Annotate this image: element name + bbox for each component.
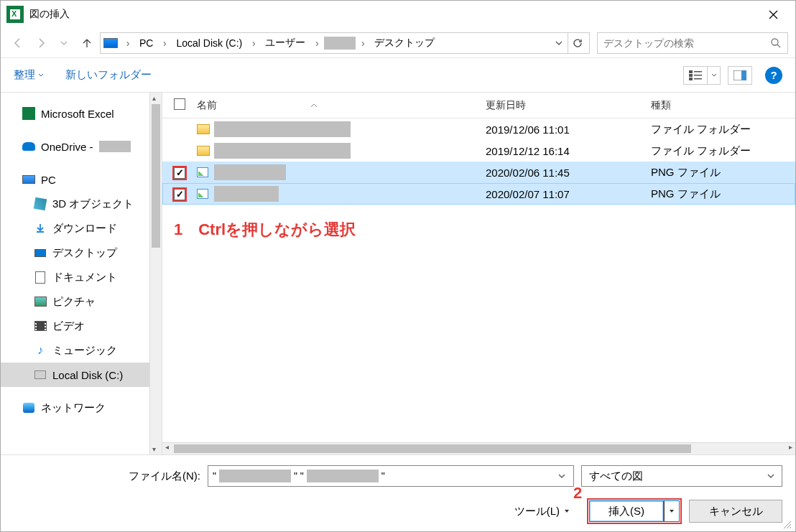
file-row-folder[interactable]: 2019/12/12 16:14 ファイル フォルダー — [162, 140, 795, 162]
breadcrumb-segment[interactable]: ユーザー — [261, 37, 310, 50]
tree-item-excel[interactable]: Microsoft Excel — [1, 101, 149, 126]
organize-menu[interactable]: 整理 — [14, 68, 44, 82]
tree-label: ミュージック — [52, 344, 117, 358]
redacted-filename — [214, 143, 351, 159]
svg-rect-3 — [689, 78, 693, 80]
chevron-right-icon[interactable]: › — [357, 37, 369, 49]
tree-label: ビデオ — [52, 319, 85, 333]
row-checkbox[interactable] — [174, 189, 185, 200]
back-button[interactable] — [8, 33, 28, 53]
tree-item-videos[interactable]: ビデオ — [1, 314, 149, 338]
search-icon — [770, 37, 782, 49]
insert-dropdown[interactable] — [664, 500, 680, 522]
file-row-image[interactable]: 2020/02/07 11:07 PNG ファイル — [162, 183, 795, 205]
tree-item-pc[interactable]: PC — [1, 167, 149, 192]
scrollbar-thumb[interactable] — [174, 444, 691, 453]
redacted-filename — [214, 164, 286, 180]
svg-rect-4 — [694, 71, 702, 73]
breadcrumb-segment[interactable]: PC — [135, 37, 157, 49]
insert-button-highlight: 挿入(S) — [587, 498, 682, 524]
tree-item-desktop[interactable]: デスクトップ — [1, 241, 149, 265]
row-checkbox[interactable] — [174, 167, 185, 179]
tree-item-onedrive[interactable]: OneDrive - — [1, 134, 149, 159]
insert-picture-dialog: 図の挿入 › PC › Local Disk (C:) › ユーザー › › デ… — [0, 0, 796, 532]
sidebar-scrollbar[interactable] — [149, 93, 162, 454]
column-type[interactable]: 種類 — [651, 99, 795, 112]
sort-indicator-icon — [310, 103, 318, 108]
dialog-footer: ファイル名(N): "" "" すべての図 2 ツール(L) 挿入(S) キャン… — [1, 454, 795, 531]
music-icon: ♪ — [34, 344, 47, 357]
address-bar[interactable]: › PC › Local Disk (C:) › ユーザー › › デスクトップ — [100, 32, 590, 54]
file-list: 名前 更新日時 種類 2019/12/06 11:01 ファイル フォルダー 2… — [162, 93, 795, 454]
horizontal-scrollbar[interactable] — [162, 442, 795, 454]
svg-rect-2 — [689, 74, 693, 77]
filename-input[interactable]: "" "" — [208, 465, 574, 487]
up-button[interactable] — [77, 33, 97, 53]
address-dropdown[interactable] — [552, 39, 566, 47]
forward-button[interactable] — [31, 33, 51, 53]
select-all-checkbox[interactable] — [174, 98, 185, 110]
document-icon — [35, 271, 45, 284]
video-icon — [34, 321, 47, 331]
redacted-filename — [307, 470, 379, 482]
file-date: 2019/12/06 11:01 — [486, 123, 651, 136]
search-box[interactable] — [597, 32, 788, 54]
insert-button[interactable]: 挿入(S) — [589, 500, 664, 522]
preview-pane-button[interactable] — [728, 66, 752, 85]
tree-item-network[interactable]: ネットワーク — [1, 396, 149, 420]
close-button[interactable] — [756, 3, 790, 26]
resize-grip-icon[interactable] — [782, 520, 791, 528]
refresh-button[interactable] — [568, 33, 586, 53]
file-filter-select[interactable]: すべての図 — [581, 465, 782, 487]
tree-item-local-disk[interactable]: Local Disk (C:) — [1, 363, 149, 387]
column-date[interactable]: 更新日時 — [486, 99, 651, 112]
chevron-right-icon[interactable]: › — [311, 37, 323, 49]
view-mode-dropdown[interactable] — [708, 66, 721, 85]
help-button[interactable]: ? — [765, 67, 782, 84]
filename-dropdown[interactable] — [555, 472, 569, 480]
search-input[interactable] — [603, 37, 770, 49]
folder-icon — [197, 124, 210, 134]
tools-menu[interactable]: ツール(L) — [514, 505, 570, 518]
tree-item-downloads[interactable]: ダウンロード — [1, 216, 149, 241]
breadcrumb-segment[interactable]: Local Disk (C:) — [172, 37, 246, 49]
tree-label: Microsoft Excel — [41, 108, 114, 120]
file-type: ファイル フォルダー — [651, 123, 795, 136]
chevron-down-icon — [767, 472, 774, 480]
image-file-icon — [197, 167, 208, 177]
folder-tree: Microsoft Excel OneDrive - PC 3D オブジェクト … — [1, 93, 149, 454]
view-mode-button[interactable] — [683, 66, 708, 85]
cancel-button[interactable]: キャンセル — [689, 500, 782, 523]
onedrive-icon — [22, 142, 35, 151]
navigation-pane: Microsoft Excel OneDrive - PC 3D オブジェクト … — [1, 93, 162, 454]
tools-label: ツール(L) — [514, 505, 560, 518]
new-folder-button[interactable]: 新しいフォルダー — [65, 68, 152, 82]
excel-app-icon — [6, 6, 24, 23]
image-file-icon — [197, 189, 208, 199]
tree-item-pictures[interactable]: ピクチャ — [1, 289, 149, 314]
pc-icon — [103, 38, 118, 48]
3d-objects-icon — [34, 197, 47, 211]
chevron-down-icon — [38, 73, 44, 78]
tree-item-documents[interactable]: ドキュメント — [1, 265, 149, 289]
tree-label: ドキュメント — [52, 271, 117, 284]
breadcrumb-segment[interactable]: デスクトップ — [370, 37, 439, 50]
redacted-filename — [214, 186, 279, 202]
tree-item-music[interactable]: ♪ミュージック — [1, 338, 149, 363]
breadcrumb-segment-redacted[interactable] — [324, 37, 356, 50]
chevron-right-icon[interactable]: › — [159, 37, 170, 49]
file-row-image[interactable]: 2020/02/06 11:45 PNG ファイル — [162, 162, 795, 183]
organize-label: 整理 — [14, 68, 35, 82]
column-name[interactable]: 名前 — [197, 99, 217, 112]
svg-rect-8 — [741, 70, 746, 80]
recent-dropdown[interactable] — [54, 33, 74, 53]
file-row-folder[interactable]: 2019/12/06 11:01 ファイル フォルダー — [162, 118, 795, 140]
tree-label: デスクトップ — [52, 246, 117, 260]
chevron-right-icon[interactable]: › — [248, 37, 259, 49]
scrollbar-thumb[interactable] — [152, 104, 160, 248]
dialog-body: Microsoft Excel OneDrive - PC 3D オブジェクト … — [1, 93, 795, 454]
new-folder-label: 新しいフォルダー — [65, 68, 152, 82]
tree-item-3d-objects[interactable]: 3D オブジェクト — [1, 192, 149, 216]
file-date: 2019/12/12 16:14 — [486, 145, 651, 157]
chevron-right-icon[interactable]: › — [122, 37, 134, 49]
